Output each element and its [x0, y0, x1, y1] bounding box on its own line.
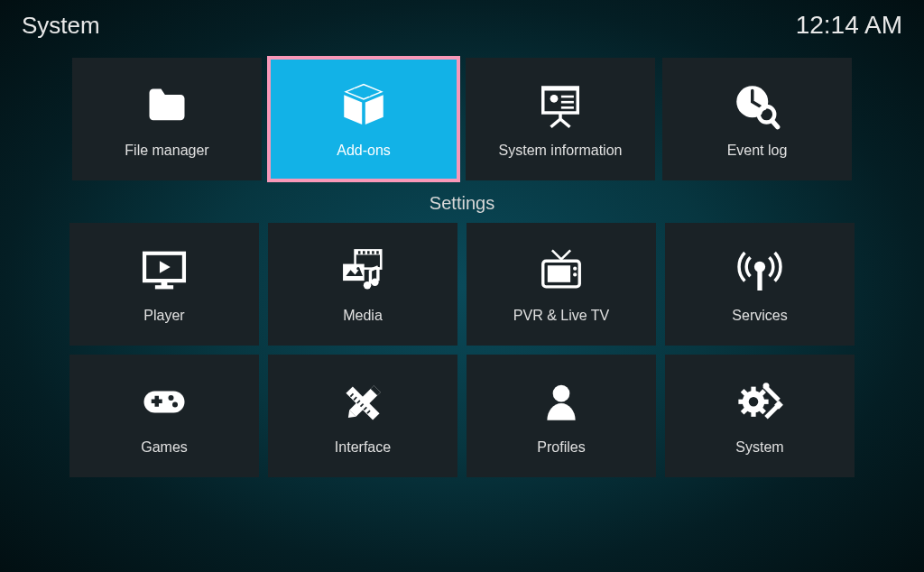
svg-rect-30	[155, 396, 160, 407]
presentation-icon	[529, 79, 592, 134]
svg-rect-46	[751, 411, 755, 417]
pencil-ruler-icon	[331, 376, 394, 430]
svg-point-8	[762, 110, 772, 120]
tile-services[interactable]: Services	[665, 223, 855, 346]
svg-point-20	[356, 267, 359, 270]
tile-label: Event log	[727, 143, 788, 159]
svg-rect-24	[548, 265, 570, 282]
clock: 12:14 AM	[796, 11, 902, 40]
folder-icon	[135, 79, 199, 134]
tile-event-log[interactable]: Event log	[662, 58, 852, 180]
tile-profiles[interactable]: Profiles	[467, 355, 656, 477]
svg-rect-18	[376, 251, 379, 254]
header: System 12:14 AM	[0, 0, 924, 51]
svg-rect-2	[561, 96, 574, 98]
tile-system-information[interactable]: System information	[466, 58, 655, 180]
tile-games[interactable]: Games	[69, 355, 259, 477]
tile-label: Services	[732, 308, 787, 324]
section-label-settings: Settings	[0, 193, 924, 214]
tile-media[interactable]: Media	[268, 223, 457, 346]
svg-rect-17	[372, 251, 374, 254]
tile-label: Games	[141, 439, 188, 456]
svg-rect-14	[358, 251, 361, 254]
tile-player[interactable]: Player	[69, 223, 259, 346]
page-title: System	[22, 12, 100, 40]
svg-rect-11	[162, 281, 168, 287]
svg-rect-5	[541, 86, 579, 89]
top-tiles-row: File manager Add-ons System information …	[0, 51, 924, 184]
svg-point-25	[573, 267, 577, 271]
svg-rect-15	[363, 251, 365, 254]
tile-label: File manager	[125, 143, 208, 159]
svg-point-32	[172, 402, 178, 408]
svg-point-53	[763, 383, 770, 389]
tile-pvr[interactable]: PVR & Live TV	[467, 223, 656, 346]
tile-label: PVR & Live TV	[513, 308, 609, 324]
svg-point-27	[754, 262, 765, 272]
broadcast-icon	[728, 244, 791, 299]
tile-add-ons[interactable]: Add-ons	[269, 58, 458, 180]
svg-point-1	[550, 95, 559, 103]
tile-label: Player	[143, 308, 184, 324]
clock-search-icon	[725, 79, 789, 134]
gamepad-icon	[133, 376, 196, 430]
svg-rect-48	[762, 400, 769, 404]
svg-point-42	[553, 385, 570, 402]
svg-point-21	[364, 281, 371, 289]
tile-label: Interface	[335, 439, 391, 456]
svg-point-31	[169, 395, 174, 401]
svg-rect-28	[757, 272, 762, 291]
tile-label: System	[735, 439, 783, 456]
tile-label: Media	[343, 308, 383, 324]
gear-tools-icon	[728, 376, 791, 430]
tile-label: Profiles	[537, 439, 585, 456]
tv-icon	[530, 244, 593, 299]
tile-label: Add-ons	[337, 143, 391, 159]
play-monitor-icon	[133, 244, 196, 299]
svg-point-44	[749, 397, 759, 407]
svg-rect-4	[561, 106, 574, 109]
svg-rect-3	[561, 101, 574, 104]
tile-label: System information	[499, 143, 623, 159]
profile-icon	[530, 376, 593, 430]
tile-system[interactable]: System	[665, 355, 855, 477]
media-icon	[331, 244, 394, 299]
box-icon	[332, 79, 395, 134]
tile-interface[interactable]: Interface	[268, 355, 457, 477]
settings-grid: Player Media PVR & Live TV Services Game…	[0, 219, 924, 481]
svg-rect-47	[738, 400, 744, 404]
svg-rect-45	[751, 387, 755, 393]
svg-point-26	[573, 272, 577, 276]
svg-rect-16	[367, 251, 370, 254]
tile-file-manager[interactable]: File manager	[72, 58, 262, 180]
svg-point-22	[371, 279, 378, 286]
